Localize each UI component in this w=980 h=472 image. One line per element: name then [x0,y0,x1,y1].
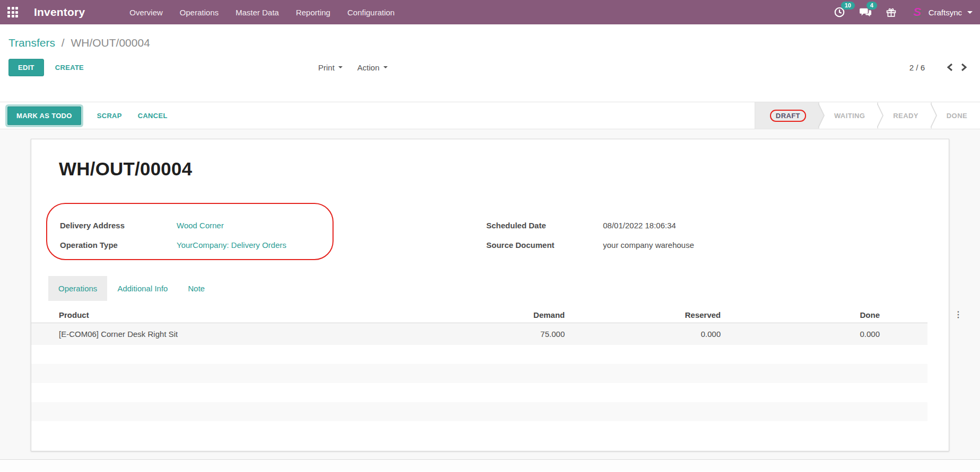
menu-master-data[interactable]: Master Data [235,8,279,17]
systray: 10 4 S Craftsync [834,0,973,24]
chevron-down-icon [383,66,388,68]
chevron-down-icon [967,11,973,14]
field-label: Delivery Address [60,221,177,230]
stage-waiting[interactable]: WAITING [819,102,878,129]
apps-grid-icon[interactable] [7,7,18,17]
activity-count-badge: 10 [841,2,855,10]
table-header-row: Product Demand Reserved Done ⋮ [31,307,928,323]
optional-columns-kebab-icon[interactable]: ⋮ [954,310,962,319]
cell-demand: 75.000 [456,329,565,339]
statusbar: MARK AS TODO SCRAP CANCEL DRAFT WAITING … [0,102,980,129]
column-header-demand[interactable]: Demand [456,310,565,319]
gift-icon [886,6,897,18]
stage-draft-label: DRAFT [770,110,806,122]
print-dropdown[interactable]: Print [318,63,343,72]
scheduled-date-value: 08/01/2022 18:06:34 [603,221,676,230]
record-title: WH/OUT/00004 [59,158,192,180]
rewards-button[interactable] [886,6,897,18]
create-button[interactable]: CREATE [55,64,84,72]
column-header-product[interactable]: Product [31,310,456,319]
app-name[interactable]: Inventory [34,6,85,19]
stage-waiting-label: WAITING [834,112,865,120]
edit-button[interactable]: EDIT [8,59,44,76]
field-scheduled-date: Scheduled Date 08/01/2022 18:06:34 [486,216,694,235]
pager-previous-button[interactable] [943,63,957,72]
stage-draft[interactable]: DRAFT [755,102,819,129]
field-label: Operation Type [60,241,177,250]
pager-value: 2 / 6 [909,63,925,72]
notebook-tabs: Operations Additional Info Note [48,276,215,301]
cell-done: 0.000 [721,329,880,339]
empty-row [31,364,928,383]
table-row[interactable]: [E-COM06] Corner Desk Right Sit 75.000 0… [31,323,928,345]
activities-button[interactable]: 10 [834,6,845,18]
breadcrumb: Transfers / WH/OUT/00004 [8,24,972,49]
column-header-reserved[interactable]: Reserved [565,310,721,319]
tab-note[interactable]: Note [178,276,215,301]
menu-configuration[interactable]: Configuration [347,8,395,17]
empty-row [31,383,928,402]
delivery-address-link[interactable]: Wood Corner [177,221,224,230]
status-pipeline: DRAFT WAITING READY DONE [755,102,980,129]
breadcrumb-separator: / [62,37,65,49]
empty-row [31,402,928,421]
menu-operations[interactable]: Operations [180,8,218,17]
stage-done-label: DONE [947,112,967,120]
tab-operations[interactable]: Operations [48,276,107,301]
pager: 2 / 6 [909,63,970,72]
main-menu: Overview Operations Master Data Reportin… [129,8,395,17]
scrap-button[interactable]: SCRAP [97,112,122,120]
user-name: Craftsync [929,8,962,17]
breadcrumb-transfers-link[interactable]: Transfers [8,37,55,49]
cancel-button[interactable]: CANCEL [138,112,168,120]
form-view: WH/OUT/00004 Delivery Address Wood Corne… [0,129,980,460]
mark-as-todo-button[interactable]: MARK AS TODO [7,106,81,125]
form-sheet: WH/OUT/00004 Delivery Address Wood Corne… [31,139,949,451]
stage-ready[interactable]: READY [878,102,931,129]
breadcrumb-current: WH/OUT/00004 [71,37,150,49]
operation-type-link[interactable]: YourCompany: Delivery Orders [177,241,286,250]
operations-table: Product Demand Reserved Done ⋮ [E-COM06]… [31,307,928,421]
column-header-done[interactable]: Done [721,310,880,319]
menu-reporting[interactable]: Reporting [296,8,330,17]
action-dropdown[interactable]: Action [357,63,388,72]
field-delivery-address: Delivery Address Wood Corner [60,216,286,235]
menu-overview[interactable]: Overview [129,8,163,17]
action-label: Action [357,63,380,72]
stage-done[interactable]: DONE [931,102,980,129]
stage-ready-label: READY [893,112,918,120]
print-label: Print [318,63,335,72]
cell-product: [E-COM06] Corner Desk Right Sit [31,329,456,339]
field-group-left: Delivery Address Wood Corner Operation T… [60,216,286,255]
cell-reserved: 0.000 [565,329,721,339]
messages-button[interactable]: 4 [859,6,872,18]
control-panel: Transfers / WH/OUT/00004 EDIT CREATE Pri… [0,24,980,102]
field-source-document: Source Document your company warehouse [486,235,694,255]
field-operation-type: Operation Type YourCompany: Delivery Ord… [60,235,286,255]
field-group-right: Scheduled Date 08/01/2022 18:06:34 Sourc… [486,216,694,255]
source-document-value: your company warehouse [603,241,694,250]
field-label: Scheduled Date [486,221,603,230]
pager-next-button[interactable] [957,63,970,72]
user-avatar: S [911,5,924,19]
page-footer [0,460,980,471]
empty-row [31,345,928,364]
field-label: Source Document [486,241,603,250]
top-navbar: Inventory Overview Operations Master Dat… [0,0,980,24]
message-count-badge: 4 [867,2,877,10]
tab-additional-info[interactable]: Additional Info [107,276,178,301]
user-menu[interactable]: S Craftsync [911,5,973,19]
chevron-down-icon [338,66,343,68]
